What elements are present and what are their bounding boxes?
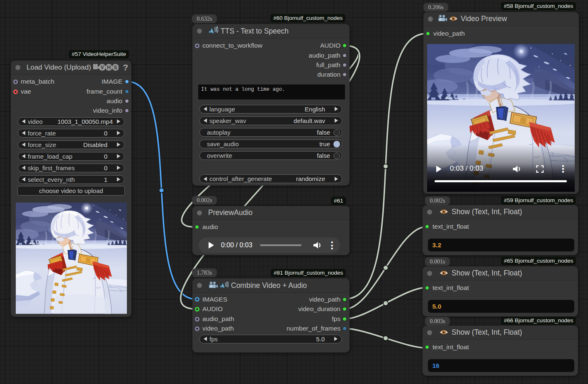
svg-text:V: V — [101, 64, 104, 70]
svg-text:H: H — [107, 64, 111, 70]
svg-text:S: S — [114, 64, 117, 70]
